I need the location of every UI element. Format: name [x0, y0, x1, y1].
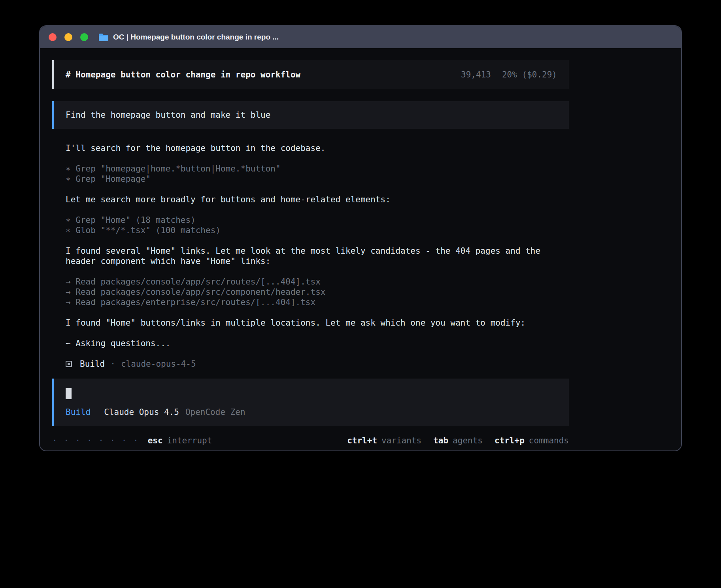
hint-key: esc: [148, 435, 163, 446]
agent-separator: ·: [110, 359, 115, 369]
window-titlebar[interactable]: OC | Homepage button color change in rep…: [40, 26, 681, 48]
hint-variants: ctrl+t variants: [347, 435, 421, 446]
assistant-text: I'll search for the homepage button in t…: [66, 143, 569, 153]
hint-commands: ctrl+p commands: [495, 435, 569, 446]
hint-key: tab: [433, 435, 448, 446]
agent-name: Build: [80, 359, 105, 369]
terminal-content: # Homepage button color change in repo w…: [40, 48, 569, 446]
hint-interrupt: esc interrupt: [148, 435, 212, 446]
assistant-text: Let me search more broadly for buttons a…: [66, 194, 569, 205]
tool-call-glob: ∗ Glob "**/*.tsx" (100 matches): [66, 225, 569, 236]
zoom-button[interactable]: [80, 33, 88, 41]
user-message: Find the homepage button and make it blu…: [52, 101, 569, 129]
tool-call-grep: ∗ Grep "Homepage": [66, 174, 569, 184]
titlebar-title-group: OC | Homepage button color change in rep…: [98, 33, 279, 41]
close-button[interactable]: [49, 33, 57, 41]
terminal-window: OC | Homepage button color change in rep…: [39, 25, 682, 451]
model-row: Build Claude Opus 4.5 OpenCode Zen: [66, 407, 557, 417]
input-model-label[interactable]: Claude Opus 4.5: [104, 407, 179, 417]
tool-call-read: → Read packages/enterprise/src/routes/[.…: [66, 297, 569, 307]
status-bar: · · · · · · · · esc interrupt ctrl+t var…: [52, 435, 569, 446]
hint-label: commands: [529, 435, 569, 446]
agent-model: claude-opus-4-5: [121, 359, 196, 369]
agent-status-line: Build · claude-opus-4-5: [66, 359, 569, 369]
assistant-text: I found "Home" buttons/links in multiple…: [66, 318, 569, 328]
hint-label: interrupt: [167, 435, 212, 446]
progress-dots: · · · · · · · ·: [52, 435, 139, 446]
square-in-square-icon: [66, 361, 72, 367]
hint-key: ctrl+t: [347, 435, 377, 446]
tool-call-read: → Read packages/console/app/src/componen…: [66, 287, 569, 297]
status-right: ctrl+t variants tab agents ctrl+p comman…: [347, 435, 569, 446]
session-stats: 39,413 20% ($0.29): [461, 70, 557, 80]
tool-call-group: ∗ Grep "homepage|home.*button|Home.*butt…: [66, 164, 569, 184]
prompt-input[interactable]: Build Claude Opus 4.5 OpenCode Zen: [52, 379, 569, 426]
text-cursor: [66, 388, 72, 399]
session-header: # Homepage button color change in repo w…: [52, 60, 569, 89]
tool-call-group: ∗ Grep "Home" (18 matches) ∗ Glob "**/*.…: [66, 215, 569, 236]
hint-agents: tab agents: [433, 435, 483, 446]
traffic-lights: [46, 33, 88, 41]
folder-icon: [98, 33, 109, 41]
input-provider-label: OpenCode Zen: [185, 407, 245, 417]
status-left: · · · · · · · · esc interrupt: [52, 435, 212, 446]
hint-label: variants: [381, 435, 421, 446]
hint-key: ctrl+p: [495, 435, 525, 446]
minimize-button[interactable]: [64, 33, 72, 41]
tool-call-group: → Read packages/console/app/src/routes/[…: [66, 277, 569, 307]
window-title: OC | Homepage button color change in rep…: [113, 33, 279, 41]
user-message-text: Find the homepage button and make it blu…: [66, 110, 270, 120]
token-count: 39,413: [461, 70, 491, 80]
hint-label: agents: [453, 435, 483, 446]
tool-call-read: → Read packages/console/app/src/routes/[…: [66, 277, 569, 287]
session-title: # Homepage button color change in repo w…: [66, 70, 300, 80]
context-cost: 20% ($0.29): [502, 70, 557, 80]
assistant-status-text: ~ Asking questions...: [66, 338, 569, 349]
assistant-text: I found several "Home" links. Let me loo…: [66, 246, 569, 266]
tool-call-grep: ∗ Grep "Home" (18 matches): [66, 215, 569, 225]
tool-call-grep: ∗ Grep "homepage|home.*button|Home.*butt…: [66, 164, 569, 174]
input-agent-label[interactable]: Build: [66, 407, 91, 417]
